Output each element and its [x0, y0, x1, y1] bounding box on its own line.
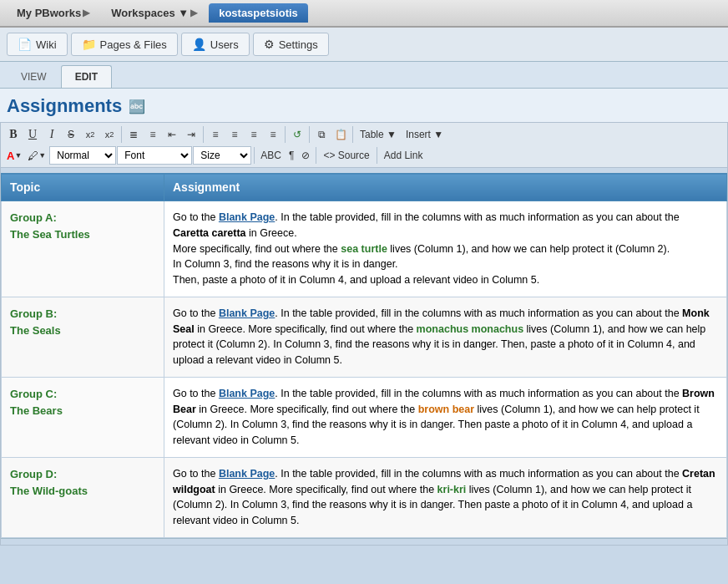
- group-b-title: Group B:: [10, 307, 57, 320]
- topic-cell-c: Group C: The Bears: [2, 377, 164, 457]
- group-a-title: Group A:: [10, 211, 57, 224]
- font-select[interactable]: Font: [117, 146, 192, 165]
- nav-workspaces[interactable]: Workspaces ▼ ▶: [101, 3, 209, 23]
- superscript-button[interactable]: x2: [100, 125, 119, 144]
- tab-edit[interactable]: EDIT: [61, 65, 112, 88]
- users-icon: 👤: [192, 38, 206, 51]
- add-link-button[interactable]: Add Link: [380, 146, 427, 165]
- style-select[interactable]: Normal: [49, 146, 116, 165]
- topic-cell-d: Group D: The Wild-goats: [2, 457, 164, 537]
- assignment-cell-a: Go to the Blank Page. In the table provi…: [164, 201, 727, 297]
- nav-label-pbworks: My PBworks: [17, 7, 81, 19]
- bold-button[interactable]: B: [4, 125, 23, 144]
- subscript-button[interactable]: x2: [81, 125, 99, 144]
- indent-button[interactable]: ⇥: [182, 125, 200, 144]
- font-color-arrow: ▼: [14, 151, 22, 160]
- page-title: Assignments: [7, 95, 122, 117]
- table-row: Group B: The Seals Go to the Blank Page.…: [2, 297, 727, 377]
- table-row: Group A: The Sea Turtles Go to the Blank…: [2, 201, 727, 297]
- topic-cell-b: Group B: The Seals: [2, 297, 164, 377]
- bottom-resize-bar[interactable]: [1, 538, 727, 545]
- topic-cell-a: Group A: The Sea Turtles: [2, 201, 164, 297]
- table-row: Group C: The Bears Go to the Blank Page.…: [2, 377, 727, 457]
- ordered-list-button[interactable]: ≡: [144, 125, 162, 144]
- group-c-title: Group C:: [10, 388, 57, 400]
- sep-4: [309, 126, 310, 143]
- align-right-button[interactable]: ≡: [245, 125, 263, 144]
- assignment-cell-b: Go to the Blank Page. In the table provi…: [164, 297, 727, 377]
- table-row: Group D: The Wild-goats Go to the Blank …: [2, 457, 727, 537]
- header-assignment: Assignment: [164, 174, 727, 201]
- tab-users[interactable]: 👤 Users: [181, 33, 250, 56]
- settings-icon: ⚙: [264, 38, 275, 51]
- outdent-button[interactable]: ⇤: [163, 125, 181, 144]
- editor-toolbar: B U I S x2 x2 ≣ ≡ ⇤ ⇥ ≡ ≡ ≡ ≡ ↺ ⧉ 📋 Tabl…: [0, 122, 728, 167]
- animal-name-b: monachus monachus: [417, 323, 524, 335]
- nav-label-workspaces: Workspaces ▼: [111, 7, 189, 19]
- highlight-btn[interactable]: 🖊 ▼: [25, 146, 48, 165]
- table-button[interactable]: Table ▼: [356, 125, 401, 144]
- nav-kostaspetsiotis[interactable]: kostaspetsiotis: [209, 3, 308, 23]
- blank-page-link-b[interactable]: Blank Page: [219, 307, 275, 319]
- tab-bar: 📄 Wiki 📁 Pages & Files 👤 Users ⚙ Setting…: [0, 28, 728, 62]
- pages-icon: 📁: [82, 38, 96, 51]
- title-spell-icon: 🔤: [129, 99, 145, 114]
- header-topic: Topic: [2, 174, 164, 201]
- group-d-animal: The Wild-goats: [10, 485, 88, 497]
- blank-page-link-c[interactable]: Blank Page: [219, 388, 275, 399]
- page-title-area: Assignments 🔤: [0, 89, 728, 122]
- tab-wiki[interactable]: 📄 Wiki: [7, 33, 68, 56]
- copy-button[interactable]: ⧉: [312, 125, 331, 144]
- toolbar-row-2: A ▼ 🖊 ▼ Normal Font Size ABC ¶ ⊘ <> Sour…: [4, 146, 724, 165]
- table-header-row: Topic Assignment: [2, 174, 727, 201]
- tab-settings[interactable]: ⚙ Settings: [253, 33, 329, 56]
- highlight-icon: 🖊: [28, 150, 38, 162]
- sep-5: [352, 126, 353, 143]
- sep-3: [285, 126, 286, 143]
- nav-arrow-1: ▶: [83, 8, 89, 18]
- assignment-cell-d: Go to the Blank Page. In the table provi…: [164, 457, 727, 537]
- align-center-button[interactable]: ≡: [225, 125, 244, 144]
- align-left-button[interactable]: ≡: [206, 125, 225, 144]
- underline-button[interactable]: U: [23, 125, 42, 144]
- sep-8: [377, 147, 377, 164]
- sep-6: [254, 147, 255, 164]
- sep-7: [316, 147, 316, 164]
- nav-my-pbworks[interactable]: My PBworks ▶: [7, 3, 101, 23]
- highlight-arrow: ▼: [38, 151, 46, 160]
- tab-view[interactable]: VIEW: [7, 65, 61, 88]
- insert-button[interactable]: Insert ▼: [402, 125, 447, 144]
- blank-page-link-a[interactable]: Blank Page: [219, 211, 275, 223]
- group-a-animal: The Sea Turtles: [10, 228, 90, 241]
- font-color-a: A: [7, 150, 14, 162]
- content-area: Topic Assignment Group A: The Sea Turtle…: [0, 167, 728, 546]
- strikethrough-button[interactable]: S: [62, 125, 80, 144]
- unordered-list-button[interactable]: ≣: [124, 125, 143, 144]
- nav-label-workspace: kostaspetsiotis: [219, 7, 298, 19]
- blank-page-link-d[interactable]: Blank Page: [219, 468, 275, 480]
- top-nav: My PBworks ▶ Workspaces ▼ ▶ kostaspetsio…: [0, 0, 728, 28]
- tab-settings-label: Settings: [279, 38, 318, 51]
- tab-pages-files[interactable]: 📁 Pages & Files: [71, 33, 178, 56]
- source-button[interactable]: <> Source: [319, 146, 373, 165]
- assignment-cell-c: Go to the Blank Page. In the table provi…: [164, 377, 727, 457]
- spellcheck-button[interactable]: ABC: [257, 146, 285, 165]
- font-color-btn[interactable]: A ▼: [4, 146, 24, 165]
- remove-format-button[interactable]: ¶: [286, 146, 297, 165]
- paste-button[interactable]: 📋: [331, 125, 350, 144]
- undo-button[interactable]: ↺: [288, 125, 306, 144]
- sep-2: [203, 126, 204, 143]
- animal-name-d: kri-kri: [437, 484, 467, 495]
- nav-arrow-2: ▶: [190, 8, 197, 18]
- wiki-icon: 📄: [18, 38, 32, 51]
- align-justify-button[interactable]: ≡: [264, 125, 282, 144]
- group-d-title: Group D:: [10, 468, 57, 480]
- animal-name-c: brown bear: [418, 404, 474, 415]
- italic-button[interactable]: I: [43, 125, 61, 144]
- tab-wiki-label: Wiki: [36, 38, 57, 51]
- toolbar-row-1: B U I S x2 x2 ≣ ≡ ⇤ ⇥ ≡ ≡ ≡ ≡ ↺ ⧉ 📋 Tabl…: [4, 125, 724, 144]
- clear-button[interactable]: ⊘: [298, 146, 313, 165]
- view-edit-bar: VIEW EDIT: [0, 62, 728, 89]
- animal-name-a: sea turtle: [341, 243, 387, 255]
- size-select[interactable]: Size: [193, 146, 251, 165]
